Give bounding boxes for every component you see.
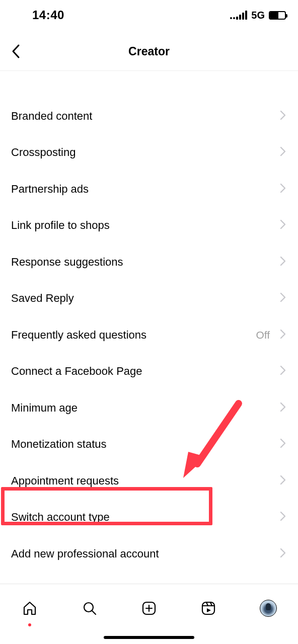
chevron-right-icon	[280, 365, 286, 377]
list-item-label: Appointment requests	[11, 474, 119, 488]
settings-list-inner: Branded content Crossposting Partnership…	[0, 70, 298, 584]
list-item-link-profile-to-shops[interactable]: Link profile to shops	[0, 207, 298, 244]
chevron-left-icon	[11, 44, 21, 59]
chevron-right-icon	[280, 292, 286, 304]
list-item-minimum-age[interactable]: Minimum age	[0, 390, 298, 427]
list-item-label: Minimum age	[11, 401, 78, 415]
svg-rect-7	[202, 602, 214, 614]
tab-reels[interactable]	[193, 593, 224, 623]
list-item-branded-content[interactable]: Branded content	[0, 98, 298, 135]
tab-profile[interactable]	[253, 593, 283, 623]
search-icon	[82, 600, 98, 616]
list-item-switch-account-type[interactable]: Switch account type	[0, 499, 298, 536]
list-item-partnership-ads[interactable]: Partnership ads	[0, 171, 298, 208]
chevron-right-icon	[280, 438, 286, 450]
tab-create[interactable]	[134, 593, 164, 623]
list-item-label: Branded content	[11, 110, 92, 123]
list-item-response-suggestions[interactable]: Response suggestions	[0, 244, 298, 281]
list-item-faq[interactable]: Frequently asked questions Off	[0, 317, 298, 354]
nav-header: Creator	[0, 36, 298, 66]
list-item-crossposting[interactable]: Crossposting	[0, 134, 298, 171]
status-time: 14:40	[32, 8, 64, 22]
list-item-appointment-requests[interactable]: Appointment requests	[0, 463, 298, 500]
reels-icon	[200, 600, 216, 616]
list-item-meta: Off	[256, 329, 270, 341]
list-item-monetization-status[interactable]: Monetization status	[0, 426, 298, 463]
battery-icon	[269, 11, 286, 20]
avatar	[260, 600, 277, 617]
chevron-right-icon	[280, 329, 286, 341]
list-item-label: Connect a Facebook Page	[11, 365, 142, 378]
list-item-label: Monetization status	[11, 438, 107, 451]
list-item-connect-facebook[interactable]: Connect a Facebook Page	[0, 353, 298, 390]
notification-dot-icon	[28, 623, 31, 626]
home-indicator	[104, 636, 194, 639]
list-item-partial[interactable]	[0, 70, 298, 98]
chevron-right-icon	[280, 256, 286, 268]
status-bar: 14:40 5G	[0, 0, 298, 30]
chevron-right-icon	[280, 475, 286, 487]
tab-search[interactable]	[74, 593, 105, 623]
list-item-label: Link profile to shops	[11, 219, 110, 232]
cellular-signal-icon	[230, 11, 247, 20]
settings-list[interactable]: Branded content Crossposting Partnership…	[0, 70, 298, 584]
list-item-label: Partnership ads	[11, 183, 89, 196]
svg-line-3	[92, 611, 96, 614]
plus-square-icon	[141, 600, 157, 616]
chevron-right-icon	[280, 511, 286, 523]
chevron-right-icon	[280, 183, 286, 195]
chevron-right-icon	[280, 548, 286, 560]
back-button[interactable]	[6, 41, 26, 61]
page-title: Creator	[128, 45, 170, 58]
status-right: 5G	[230, 10, 286, 21]
list-item-label: Saved Reply	[11, 292, 74, 305]
home-icon	[22, 600, 38, 616]
list-item-saved-reply[interactable]: Saved Reply	[0, 280, 298, 317]
list-item-edit-profile[interactable]: Edit profile	[0, 572, 298, 584]
bottom-tab-bar	[0, 584, 298, 644]
tab-home[interactable]	[15, 593, 45, 623]
list-item-label: Response suggestions	[11, 256, 123, 269]
list-item-label: Add new professional account	[11, 547, 159, 560]
list-item-label: Crossposting	[11, 146, 76, 159]
svg-marker-11	[207, 608, 211, 612]
chevron-right-icon	[280, 110, 286, 122]
chevron-right-icon	[280, 219, 286, 231]
chevron-right-icon	[280, 146, 286, 158]
list-item-add-professional-account[interactable]: Add new professional account	[0, 536, 298, 573]
network-type: 5G	[251, 10, 265, 21]
chevron-right-icon	[280, 402, 286, 414]
list-item-label: Switch account type	[11, 511, 110, 524]
list-item-label: Frequently asked questions	[11, 329, 146, 342]
